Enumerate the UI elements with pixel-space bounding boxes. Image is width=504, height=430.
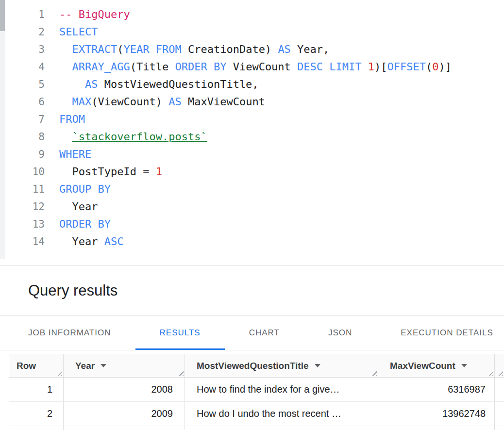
sql-editor[interactable]: 1-- BigQuery2SELECT3 EXTRACT(YEAR FROM C… [0, 0, 504, 266]
column-header-row[interactable]: Row [9, 354, 64, 377]
code-line[interactable]: 13ORDER BY [0, 215, 504, 233]
column-menu-arrow-icon[interactable] [461, 364, 467, 367]
code-text: Year ASC [59, 233, 123, 250]
code-text: -- BigQuery [59, 6, 130, 23]
token-plain: CreationDate) [182, 43, 278, 55]
code-line[interactable]: 12 Year [0, 198, 504, 215]
token-kw: MAX [72, 96, 92, 108]
token-kw: GROUP BY [59, 183, 111, 195]
tab-execution-details[interactable]: EXECUTION DETAILS [376, 316, 504, 350]
token-plain [362, 61, 368, 73]
query-results-title: Query results [28, 282, 118, 299]
token-plain: PostTypeId = [59, 165, 156, 178]
column-label: MostViewedQuestionTitle [197, 361, 309, 371]
column-header-year[interactable]: Year [64, 354, 185, 377]
line-number: 6 [0, 93, 45, 111]
column-header-partial [495, 354, 504, 377]
code-line[interactable]: 3 EXTRACT(YEAR FROM CreationDate) AS Yea… [0, 41, 504, 58]
token-plain: (Title [130, 61, 175, 73]
query-results-section: Query results [0, 266, 504, 316]
cell-row: 2 [9, 402, 64, 426]
token-kw: ORDER BY [59, 218, 111, 230]
token-plain: )] [439, 61, 452, 73]
code-line[interactable]: 2SELECT [0, 23, 504, 41]
code-line[interactable]: 9WHERE [0, 146, 504, 163]
token-plain [149, 43, 155, 55]
editor-scrollbar[interactable] [0, 0, 5, 259]
code-line[interactable]: 10 PostTypeId = 1 [0, 163, 504, 181]
column-menu-arrow-icon[interactable] [101, 364, 106, 367]
cell-partial [185, 426, 378, 430]
line-number: 5 [0, 76, 45, 93]
editor-scrollbar-thumb[interactable] [0, 0, 5, 31]
column-label: Row [17, 361, 36, 371]
token-plain: Year, [291, 43, 329, 55]
column-resize-handle[interactable] [56, 369, 62, 376]
token-plain: )[ [374, 61, 387, 73]
code-line[interactable]: 5 AS MostViewedQuestionTitle, [0, 76, 504, 93]
line-number: 9 [0, 146, 45, 163]
tab-job-information[interactable]: JOB INFORMATION [4, 316, 135, 350]
token-kw: YEAR [123, 43, 149, 55]
column-menu-arrow-icon[interactable] [315, 364, 320, 367]
column-header-mostviewedquestiontitle[interactable]: MostViewedQuestionTitle [185, 354, 378, 377]
code-line[interactable]: 1-- BigQuery [0, 6, 504, 23]
code-text: WHERE [59, 146, 91, 163]
column-header-maxviewcount[interactable]: MaxViewCount [378, 354, 495, 377]
line-number: 13 [0, 215, 45, 233]
code-line[interactable]: 4 ARRAY_AGG(Title ORDER BY ViewCount DES… [0, 58, 504, 76]
token-kw: WHERE [59, 148, 91, 160]
token-kw: EXTRACT [72, 43, 118, 55]
code-text: PostTypeId = 1 [59, 163, 162, 181]
column-label: MaxViewCount [390, 361, 455, 371]
token-kw: AS [278, 43, 291, 55]
cell-partial [64, 426, 185, 430]
token-num: 0 [432, 61, 438, 73]
cell-partial [495, 378, 504, 401]
code-text: `stackoverflow.posts` [59, 128, 207, 146]
token-kw: ARRAY_AGG [72, 61, 130, 73]
token-kw: FROM [59, 113, 85, 125]
tab-json[interactable]: JSON [304, 316, 376, 350]
line-number: 3 [0, 41, 45, 58]
column-label: Year [75, 361, 95, 371]
cell-maxviewcount: 6316987 [378, 378, 495, 401]
token-plain: MostViewedQuestionTitle, [98, 78, 258, 90]
token-kw: LIMIT [329, 61, 361, 73]
code-line[interactable]: 14 Year ASC [0, 233, 504, 250]
line-number: 2 [0, 23, 45, 41]
token-num: 1 [156, 165, 162, 178]
token-kw: SELECT [59, 26, 98, 38]
token-plain: ViewCount [226, 61, 297, 73]
table-row: 22009How do I undo the most recent …1396… [9, 402, 504, 426]
column-resize-handle[interactable] [497, 369, 503, 376]
column-resize-handle[interactable] [487, 369, 493, 376]
code-text: FROM [59, 111, 85, 128]
line-number: 8 [0, 128, 45, 146]
tab-chart[interactable]: CHART [225, 316, 304, 350]
column-resize-handle[interactable] [177, 369, 184, 376]
table-row: 12008How to find the index for a give…63… [9, 378, 504, 402]
cell-year: 2008 [64, 378, 185, 401]
column-resize-handle[interactable] [370, 369, 377, 376]
cell-mostviewedquestiontitle: How do I undo the most recent … [185, 402, 378, 426]
token-table: `stackoverflow.posts` [72, 131, 207, 143]
table-body: 12008How to find the index for a give…63… [9, 378, 504, 430]
token-kw: ASC [104, 235, 124, 248]
token-plain: MaxViewCount [182, 96, 265, 108]
cell-maxviewcount: 13962748 [378, 402, 495, 426]
code-line[interactable]: 6 MAX(ViewCount) AS MaxViewCount [0, 93, 504, 111]
code-area[interactable]: 1-- BigQuery2SELECT3 EXTRACT(YEAR FROM C… [0, 6, 504, 250]
line-number: 11 [0, 181, 45, 198]
token-plain [59, 131, 72, 143]
code-text: ORDER BY [59, 215, 111, 233]
token-kw: AS [85, 78, 98, 90]
tab-results[interactable]: RESULTS [135, 316, 225, 350]
code-line[interactable]: 11GROUP BY [0, 181, 504, 198]
token-kw: DESC [297, 61, 323, 73]
code-line[interactable]: 7FROM [0, 111, 504, 128]
code-line[interactable]: 8 `stackoverflow.posts` [0, 128, 504, 146]
code-text: AS MostViewedQuestionTitle, [59, 76, 259, 93]
token-plain [59, 43, 72, 55]
cell-partial [495, 402, 504, 426]
